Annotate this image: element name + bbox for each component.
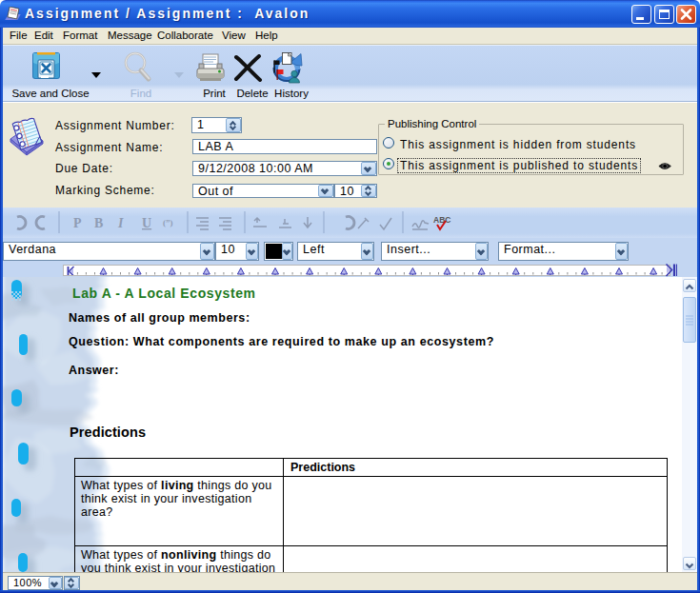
svg-text:(”): (”) bbox=[163, 218, 173, 227]
svg-text:P: P bbox=[73, 216, 82, 230]
svg-text:ABC: ABC bbox=[433, 215, 450, 225]
svg-text:B: B bbox=[94, 216, 103, 230]
svg-text:U: U bbox=[142, 216, 151, 230]
svg-text:I: I bbox=[117, 216, 124, 230]
